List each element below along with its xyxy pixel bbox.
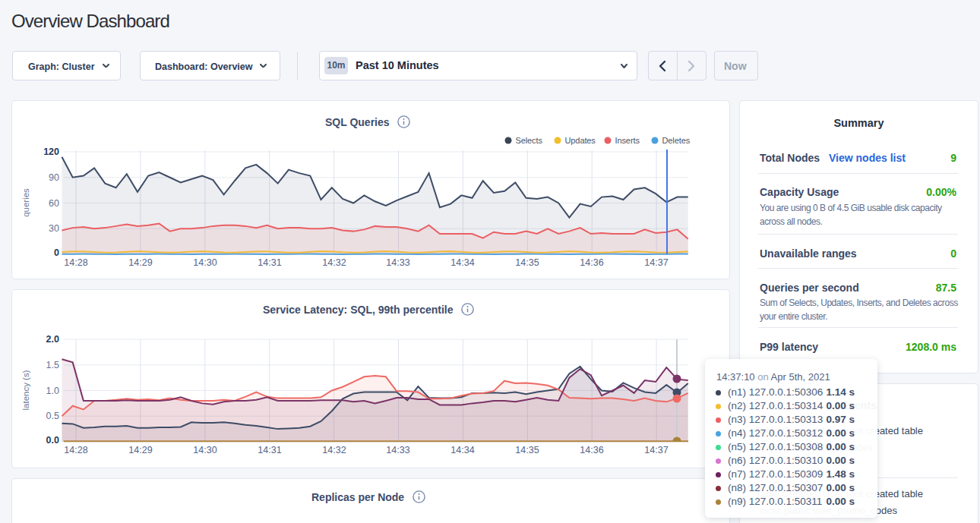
svg-text:14:31: 14:31 <box>258 257 281 268</box>
svg-text:14:34: 14:34 <box>450 445 474 455</box>
svg-text:14:28: 14:28 <box>64 445 87 455</box>
svg-text:14:33: 14:33 <box>386 445 409 455</box>
svg-text:14:29: 14:29 <box>128 445 152 455</box>
svg-text:60: 60 <box>49 198 59 209</box>
svg-text:Selects: Selects <box>516 136 543 145</box>
svg-text:0.0: 0.0 <box>46 435 59 446</box>
svg-text:30: 30 <box>49 223 59 234</box>
svg-text:14:31: 14:31 <box>258 445 281 455</box>
svg-text:14:37: 14:37 <box>644 257 668 268</box>
svg-text:14:32: 14:32 <box>322 257 346 268</box>
svg-text:14:30: 14:30 <box>193 445 217 455</box>
svg-text:90: 90 <box>49 172 59 183</box>
svg-text:1.5: 1.5 <box>46 360 59 370</box>
svg-text:queries: queries <box>21 188 30 217</box>
svg-text:0: 0 <box>54 247 59 258</box>
svg-text:Deletes: Deletes <box>662 136 691 145</box>
svg-text:14:34: 14:34 <box>450 257 474 268</box>
svg-text:Inserts: Inserts <box>615 136 640 145</box>
svg-text:14:35: 14:35 <box>515 445 539 455</box>
svg-text:14:35: 14:35 <box>515 257 539 268</box>
svg-text:2.0: 2.0 <box>46 334 59 345</box>
svg-text:14:36: 14:36 <box>580 445 603 455</box>
svg-text:0.5: 0.5 <box>46 411 59 421</box>
svg-text:120: 120 <box>43 147 59 157</box>
svg-text:14:33: 14:33 <box>386 257 409 268</box>
svg-text:Updates: Updates <box>565 136 596 145</box>
svg-text:1.0: 1.0 <box>46 386 59 396</box>
svg-text:14:37: 14:37 <box>644 445 668 455</box>
svg-text:14:36: 14:36 <box>580 257 603 268</box>
svg-text:14:32: 14:32 <box>322 445 346 455</box>
svg-text:14:28: 14:28 <box>64 257 87 268</box>
svg-text:14:29: 14:29 <box>128 257 152 268</box>
svg-text:latency (s): latency (s) <box>21 370 30 410</box>
svg-text:14:30: 14:30 <box>193 257 217 268</box>
